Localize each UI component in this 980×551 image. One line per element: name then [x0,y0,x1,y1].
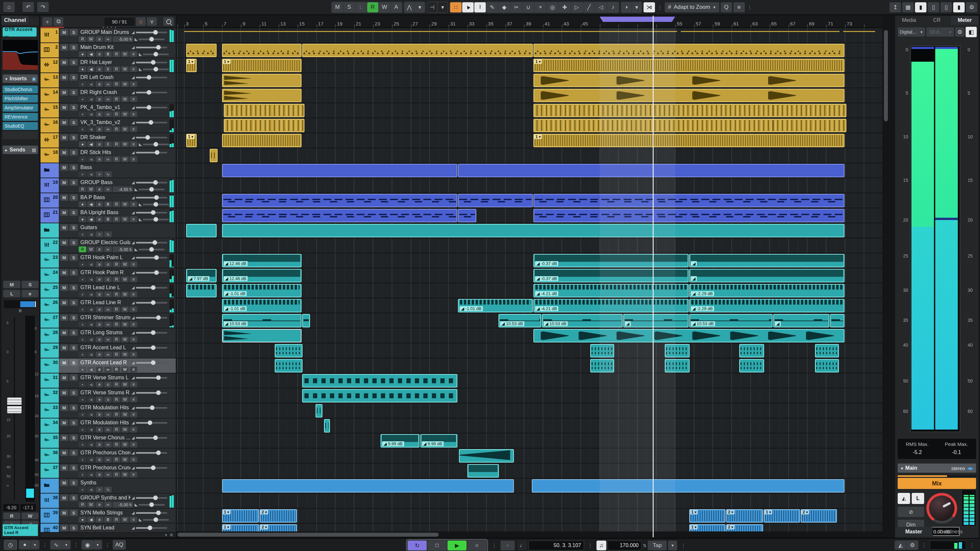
solo-button[interactable]: S [70,209,78,216]
vscroll-handle[interactable] [884,30,888,121]
solo-button[interactable]: S [70,179,78,186]
channel-config-icon[interactable]: ∞ [104,96,112,102]
write-button[interactable]: W [121,441,129,448]
track-row-synths[interactable]: MSSynths●◀=∿ [40,478,176,494]
color-dropdown[interactable]: ▾ [632,2,641,13]
track-color-strip[interactable]: 17 [40,133,59,148]
read-button[interactable]: R [113,322,120,327]
clip-loop-badge[interactable]: 2 ▾ [260,510,268,514]
clip[interactable]: ◢ 12.46 dB [222,269,302,283]
clip[interactable]: ◢ [689,269,845,283]
clip[interactable] [459,449,514,462]
channel-strip-icon[interactable]: ≡ [130,411,137,418]
edit-channel-button[interactable]: e [96,186,103,192]
volume-slider[interactable] [136,212,167,213]
clip[interactable]: ◢ -1.01 dB [222,284,302,297]
clip[interactable] [315,404,323,418]
record-enable-button[interactable]: ● [79,397,86,402]
mute-button[interactable]: M [60,104,68,111]
lane-1[interactable] [177,28,882,43]
monitor-button[interactable]: ◀ [87,472,95,478]
track-row-37[interactable]: 37MSGTR Prechorus Crunch◢●◀e∞RW≡ [40,464,176,478]
clip[interactable] [302,314,310,327]
record-enable-button[interactable]: ● [79,472,86,478]
record-enable-button[interactable]: ● [79,51,86,57]
edit-channel-button[interactable]: e [96,156,103,162]
volume-slider[interactable] [136,437,167,439]
track-name[interactable]: GTR Accent Lead L [80,345,130,351]
clip[interactable]: ◢ 9.99 dB [380,434,420,448]
downmix-icon[interactable]: ◀▶ [967,466,974,471]
group-level-value[interactable]: -5.00⇅ [113,246,133,252]
track-color-strip[interactable]: 23 [40,253,59,268]
clip[interactable] [533,44,845,57]
volume-slider[interactable] [136,257,167,259]
auto-scroll-dropdown[interactable]: ▾ [438,2,447,13]
folder-phase-icon[interactable]: ∿ [104,487,112,492]
mute-button[interactable]: M [60,345,68,351]
pan-slider[interactable] [143,54,169,55]
clip[interactable]: ◢ 10.53 dB [222,314,302,327]
volume-slider[interactable] [136,302,167,303]
clip-loop-badge[interactable]: 1 ▾ [534,135,542,139]
monitor-button[interactable]: ◀ [87,232,95,237]
track-row-32[interactable]: 32MSGTR Verse Strums R◢●◀eoRW≡ [40,389,176,403]
read-button[interactable]: R [113,81,120,87]
clip[interactable]: ◢ -1.01 dB [222,299,302,313]
monitor-button[interactable]: ◀ [87,126,95,132]
edit-channel-button[interactable]: e [96,96,103,102]
listen-enable-button[interactable]: L [912,493,924,504]
strip-listen-button[interactable]: L [3,290,20,297]
record-button[interactable]: ○ [468,541,487,550]
clip-loop-badge[interactable]: 1 ▾ [187,59,195,64]
track-color-strip[interactable]: 29 [40,343,59,358]
read-button[interactable]: R [79,502,86,508]
sends-icon[interactable]: ▤ [32,148,36,152]
volume-slider[interactable] [136,287,167,289]
track-name[interactable]: BA Upright Bass [80,210,130,216]
track-color-strip[interactable]: 30 [40,359,59,373]
edit-channel-button[interactable]: e [96,322,103,327]
track-name[interactable]: GROUP Main Drums [80,29,130,35]
read-button[interactable]: R [113,156,120,162]
clip[interactable]: 1 ▾ [533,134,845,147]
monitor-button[interactable]: ◀ [87,156,95,162]
lane-24[interactable]: ◢ 7.97 dB◢ 12.46 dB◢ -0.37 dB◢ [177,268,882,283]
clip[interactable]: 1 ▾ [533,59,845,72]
edit-channel-button[interactable]: e [96,51,103,57]
tempo-menu-dots[interactable]: ⋮ [680,543,687,549]
zone-lower-toggle[interactable]: ▯ [928,2,939,13]
write-button[interactable]: W [121,141,129,147]
track-row-19[interactable]: 19MSGROUP Bass◢RWe∞-4.55⇅◣ [40,178,176,193]
read-button[interactable]: R [113,381,120,387]
track-row-guitars[interactable]: MSGuitars●◀=∿ [40,223,176,238]
monitor-button[interactable]: ◀ [87,381,95,387]
edit-channel-button[interactable]: e [96,111,103,117]
track-name[interactable]: SYN Mello Strings [80,510,130,516]
track-row-33[interactable]: 33MSGTR Modulation Hits L◢●◀e∞RW≡ [40,403,176,418]
zoom-tool[interactable]: ◎ [547,2,558,13]
channel-config-icon[interactable]: o [104,381,112,387]
quantize-button[interactable]: Q [721,2,732,13]
mute-tool[interactable]: × [535,2,546,13]
fader-value[interactable]: -9.20 [3,504,19,511]
clip-gain-label[interactable]: ◢ 10.53 dB [544,321,568,326]
track-name[interactable]: GTR Hook Palm R [80,270,130,275]
edit-channel-button[interactable]: e [96,367,103,372]
channel-strip-icon[interactable]: ≡ [130,111,137,117]
mute-button[interactable]: M [60,59,68,66]
read-button[interactable]: R [113,202,120,207]
track-color-strip[interactable]: 2 [40,43,59,57]
clip[interactable]: 2 ▾ [260,524,297,531]
read-button[interactable]: R [113,411,120,418]
track-color-strip[interactable]: 19 [40,178,59,192]
edit-channel-button[interactable]: e [96,306,103,313]
mute-button[interactable]: M [60,299,68,306]
solo-button[interactable]: S [70,329,78,336]
clip[interactable] [533,119,846,132]
solo-button[interactable]: S [70,480,78,486]
read-button[interactable]: R [79,246,86,252]
monitor-button[interactable]: ◀ [87,397,95,402]
solo-button[interactable]: S [70,224,78,231]
edit-channel-button[interactable]: e [96,126,103,132]
